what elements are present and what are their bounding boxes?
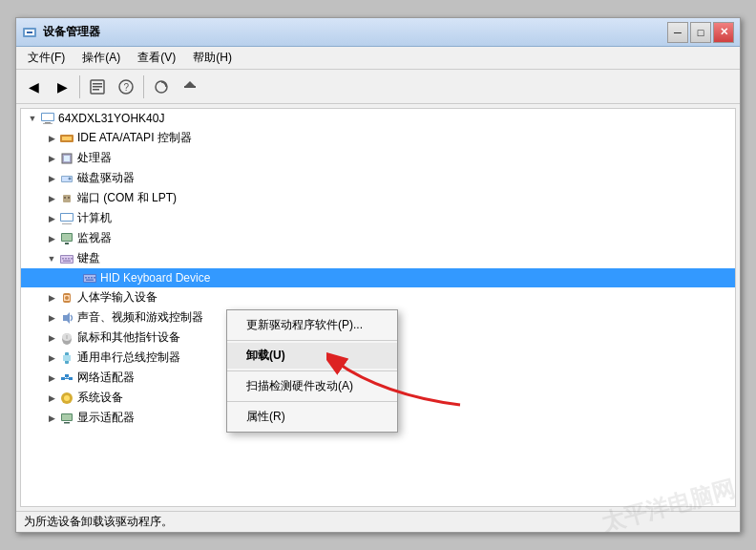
computer-expander: ▶ xyxy=(44,211,59,226)
svg-rect-63 xyxy=(62,414,72,420)
svg-rect-37 xyxy=(71,258,73,260)
mouse-label: 鼠标和其他指针设备 xyxy=(77,329,180,346)
keyboard-icon xyxy=(59,251,74,266)
update-button[interactable] xyxy=(177,74,203,100)
svg-rect-64 xyxy=(64,422,70,424)
tree-node-monitor[interactable]: ▶ 监视器 xyxy=(21,228,735,248)
menu-action[interactable]: 操作(A) xyxy=(74,48,128,68)
tree-node-ide[interactable]: ▶ IDE ATA/ATAPI 控制器 xyxy=(21,128,735,148)
help-button[interactable]: ? xyxy=(113,74,139,100)
toolbar-sep-2 xyxy=(143,75,144,98)
title-bar-buttons: ─ □ ✕ xyxy=(667,22,734,43)
svg-marker-11 xyxy=(185,81,195,86)
properties-button[interactable] xyxy=(84,74,111,100)
sound-icon xyxy=(59,310,74,326)
restore-button[interactable]: □ xyxy=(690,22,711,43)
close-button[interactable]: ✕ xyxy=(713,22,734,43)
network-icon xyxy=(59,370,74,386)
human-icon xyxy=(59,290,74,306)
tree-node-port[interactable]: ▶ 端口 (COM 和 LPT) xyxy=(21,188,735,208)
svg-rect-35 xyxy=(65,258,67,260)
svg-rect-42 xyxy=(88,277,90,279)
hid-expander xyxy=(67,270,82,286)
cpu-icon xyxy=(59,151,74,166)
svg-rect-55 xyxy=(61,377,65,380)
svg-rect-43 xyxy=(91,277,93,279)
ctx-uninstall[interactable]: 卸载(U) xyxy=(227,343,397,369)
port-icon xyxy=(59,191,74,206)
monitor-icon xyxy=(59,231,74,246)
svg-marker-49 xyxy=(63,312,70,324)
svg-rect-15 xyxy=(43,123,52,124)
app-icon xyxy=(22,25,37,40)
svg-rect-34 xyxy=(62,258,64,260)
svg-point-48 xyxy=(65,296,69,300)
svg-rect-56 xyxy=(69,377,73,380)
human-expander: ▶ xyxy=(44,290,59,306)
svg-rect-41 xyxy=(85,277,87,279)
system-expander: ▶ xyxy=(44,391,59,406)
device-manager-window: 设备管理器 ─ □ ✕ 文件(F) 操作(A) 查看(V) 帮助(H) ◀ ▶ xyxy=(15,17,741,533)
svg-rect-27 xyxy=(61,214,73,221)
minimize-button[interactable]: ─ xyxy=(667,22,688,43)
ide-icon xyxy=(59,131,74,146)
svg-point-24 xyxy=(64,197,66,199)
computer-icon xyxy=(40,111,55,126)
svg-rect-36 xyxy=(68,258,70,260)
sound-label: 声音、视频和游戏控制器 xyxy=(77,309,203,326)
main-content: ▼ 64XDXL31YOHK40J ▶ xyxy=(16,104,740,511)
device-tree[interactable]: ▼ 64XDXL31YOHK40J ▶ xyxy=(20,108,736,507)
svg-point-61 xyxy=(64,395,70,401)
ide-expander: ▶ xyxy=(44,131,59,146)
tree-node-keyboard[interactable]: ▼ 键盘 xyxy=(21,248,735,268)
toolbar-sep-1 xyxy=(79,75,80,98)
menu-view[interactable]: 查看(V) xyxy=(130,48,183,68)
ctx-scan[interactable]: 扫描检测硬件改动(A) xyxy=(227,373,397,399)
ctx-properties[interactable]: 属性(R) xyxy=(227,404,397,430)
usb-expander: ▶ xyxy=(44,350,59,366)
tree-node-computer[interactable]: ▶ 计算机 xyxy=(21,208,735,228)
svg-rect-44 xyxy=(94,277,95,279)
svg-rect-28 xyxy=(62,223,72,224)
ctx-sep-2 xyxy=(227,370,397,371)
tree-node-human[interactable]: ▶ 人体学输入设备 xyxy=(21,287,735,307)
disk-label: 磁盘驱动器 xyxy=(77,170,135,186)
hid-label: HID Keyboard Device xyxy=(100,271,210,285)
svg-point-22 xyxy=(69,177,72,180)
tree-node-hid[interactable]: HID Keyboard Device xyxy=(21,268,735,287)
disk-icon xyxy=(59,171,74,186)
svg-rect-45 xyxy=(86,280,94,282)
display-icon xyxy=(59,411,74,426)
tree-node-cpu[interactable]: ▶ 处理器 xyxy=(21,148,735,168)
menu-help[interactable]: 帮助(H) xyxy=(185,48,240,68)
svg-rect-5 xyxy=(93,86,102,88)
svg-rect-57 xyxy=(65,374,69,377)
ide-label: IDE ATA/ATAPI 控制器 xyxy=(77,130,192,146)
back-button[interactable]: ◀ xyxy=(20,74,47,100)
network-label: 网络适配器 xyxy=(77,370,135,386)
svg-rect-30 xyxy=(62,234,72,241)
usb-label: 通用串行总线控制器 xyxy=(77,349,180,366)
system-label: 系统设备 xyxy=(77,390,123,406)
status-text: 为所选设备卸载该驱动程序。 xyxy=(24,514,173,530)
ctx-sep-1 xyxy=(227,340,397,341)
svg-rect-19 xyxy=(64,156,70,161)
svg-point-9 xyxy=(156,81,167,93)
scan-button[interactable] xyxy=(148,74,175,100)
ctx-update[interactable]: 更新驱动程序软件(P)... xyxy=(227,312,397,338)
system-icon xyxy=(59,391,74,406)
menu-file[interactable]: 文件(F) xyxy=(20,48,73,68)
root-expander: ▼ xyxy=(25,111,40,126)
tree-node-disk[interactable]: ▶ 磁盘驱动器 xyxy=(21,168,735,188)
title-bar-left: 设备管理器 xyxy=(22,24,100,40)
port-label: 端口 (COM 和 LPT) xyxy=(77,190,177,206)
svg-rect-13 xyxy=(42,114,53,120)
svg-text:?: ? xyxy=(124,82,130,93)
keyboard-expander: ▼ xyxy=(44,251,59,266)
svg-rect-23 xyxy=(63,195,71,202)
forward-button[interactable]: ▶ xyxy=(49,74,75,100)
svg-rect-17 xyxy=(62,137,72,140)
window-title: 设备管理器 xyxy=(43,24,100,40)
tree-root[interactable]: ▼ 64XDXL31YOHK40J xyxy=(21,109,735,128)
disk-expander: ▶ xyxy=(44,171,59,186)
